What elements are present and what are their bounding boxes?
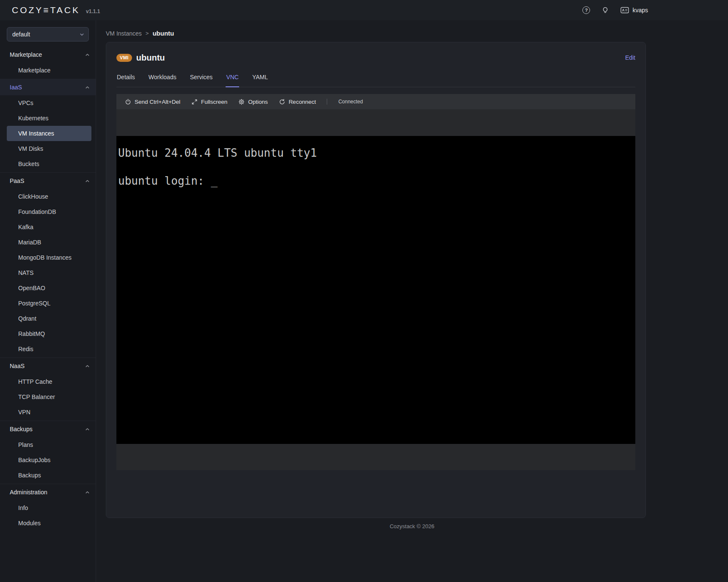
app-version: v1.1.1 <box>86 8 100 14</box>
breadcrumb-parent[interactable]: VM Instances <box>106 30 142 37</box>
fullscreen-label: Fullscreen <box>201 99 227 105</box>
section-label: PaaS <box>10 177 24 184</box>
chevron-up-icon <box>85 490 90 495</box>
copyright-text: Cozystack © 2026 <box>390 523 435 529</box>
tab-yaml[interactable]: YAML <box>252 74 268 87</box>
connection-status: Connected <box>338 99 363 105</box>
options-button[interactable]: Options <box>238 99 268 105</box>
tab-workloads[interactable]: Workloads <box>148 74 177 87</box>
body-row: default Marketplace Marketplace <box>0 20 728 582</box>
sidebar-item-backups[interactable]: Backups <box>7 468 91 483</box>
sidebar-item-foundationdb[interactable]: FoundationDB <box>7 204 91 219</box>
help-glyph: ? <box>585 8 588 13</box>
sidebar-item-mongodb-instances[interactable]: MongoDB Instances <box>7 250 91 265</box>
section-label: Backups <box>10 426 33 432</box>
sidebar-item-mariadb[interactable]: MariaDB <box>7 235 91 250</box>
tab-details[interactable]: Details <box>116 74 135 87</box>
sidebar-item-nats[interactable]: NATS <box>7 265 91 280</box>
sidebar-item-vpn[interactable]: VPN <box>7 405 91 420</box>
section-paas: PaaS ClickHouse FoundationDB Kafka Maria… <box>0 172 96 358</box>
terminal-cursor: _ <box>211 175 218 187</box>
sidebar-section-administration[interactable]: Administration <box>0 484 96 500</box>
section-items: Plans BackupJobs Backups <box>0 437 96 484</box>
sidebar: default Marketplace Marketplace <box>0 20 96 582</box>
section-marketplace: Marketplace Marketplace <box>0 47 96 79</box>
tab-vnc[interactable]: VNC <box>226 74 239 87</box>
fullscreen-button[interactable]: Fullscreen <box>191 99 227 105</box>
lightbulb-icon[interactable] <box>601 6 609 14</box>
sidebar-section-iaas[interactable]: IaaS <box>0 79 96 95</box>
card-header: VMI ubuntu Edit <box>116 51 635 64</box>
breadcrumb: VM Instances > ubuntu <box>96 20 728 37</box>
sidebar-section-paas[interactable]: PaaS <box>0 173 96 189</box>
section-backups: Backups Plans BackupJobs Backups <box>0 421 96 484</box>
chevron-up-icon <box>85 85 90 90</box>
section-administration: Administration Info Modules <box>0 484 96 532</box>
topbar-actions: ? kvaps <box>582 6 648 14</box>
title-wrap: VMI ubuntu <box>116 53 165 63</box>
main-content: VM Instances > ubuntu VMI ubuntu Edit De… <box>96 20 728 582</box>
sidebar-item-postgresql[interactable]: PostgreSQL <box>7 296 91 311</box>
sidebar-item-tcp-balancer[interactable]: TCP Balancer <box>7 389 91 405</box>
tab-bar: Details Workloads Services VNC YAML <box>116 74 635 87</box>
sidebar-item-kafka[interactable]: Kafka <box>7 219 91 235</box>
vnc-toolbar: Send Ctrl+Alt+Del Fullscreen <box>116 94 635 109</box>
sidebar-item-http-cache[interactable]: HTTP Cache <box>7 374 91 389</box>
chevron-down-icon <box>80 32 84 37</box>
vnc-viewport[interactable]: Ubuntu 24.04.4 LTS ubuntu tty1 ubuntu lo… <box>116 109 635 470</box>
vnc-screen[interactable]: Ubuntu 24.04.4 LTS ubuntu tty1 ubuntu lo… <box>116 136 635 444</box>
vmi-badge: VMI <box>116 54 132 62</box>
app-root: COZY≡TACK v1.1.1 ? <box>0 0 728 582</box>
sidebar-item-info[interactable]: Info <box>7 500 91 515</box>
namespace-select[interactable]: default <box>7 27 89 42</box>
section-items: HTTP Cache TCP Balancer VPN <box>0 374 96 421</box>
breadcrumb-current: ubuntu <box>152 30 174 37</box>
section-label: IaaS <box>10 84 22 91</box>
edit-button[interactable]: Edit <box>625 54 635 61</box>
breadcrumb-separator: > <box>146 30 149 36</box>
terminal-line1: Ubuntu 24.04.4 LTS ubuntu tty1 <box>118 147 317 159</box>
chevron-up-icon <box>85 53 90 57</box>
sidebar-item-redis[interactable]: Redis <box>7 341 91 357</box>
vnc-panel: Send Ctrl+Alt+Del Fullscreen <box>116 94 635 470</box>
section-label: NaaS <box>10 363 25 369</box>
sidebar-nav: Marketplace Marketplace IaaS VPCs Kubern… <box>0 47 96 532</box>
refresh-icon <box>279 99 285 105</box>
sidebar-item-buckets[interactable]: Buckets <box>7 156 91 172</box>
sidebar-section-naas[interactable]: NaaS <box>0 358 96 374</box>
tab-services[interactable]: Services <box>190 74 213 87</box>
sidebar-item-openbao[interactable]: OpenBAO <box>7 280 91 296</box>
terminal-login-line: ubuntu login: _ <box>118 175 218 187</box>
sidebar-section-backups[interactable]: Backups <box>0 421 96 437</box>
sidebar-item-plans[interactable]: Plans <box>7 437 91 452</box>
options-label: Options <box>248 99 268 105</box>
terminal-login-label: ubuntu login: <box>118 175 204 187</box>
section-items: VPCs Kubernetes VM Instances VM Disks Bu… <box>0 95 96 172</box>
vm-detail-card: VMI ubuntu Edit Details Workloads Servic… <box>106 42 646 518</box>
user-menu[interactable]: kvaps <box>620 6 648 14</box>
sidebar-item-vpcs[interactable]: VPCs <box>7 95 91 111</box>
user-card-icon <box>620 6 629 14</box>
fullscreen-icon <box>191 99 198 105</box>
sidebar-item-vm-disks[interactable]: VM Disks <box>7 141 91 156</box>
toolbar-divider <box>327 99 327 105</box>
reconnect-button[interactable]: Reconnect <box>279 99 316 105</box>
logo-wrap: COZY≡TACK v1.1.1 <box>12 5 100 15</box>
sidebar-item-vm-instances[interactable]: VM Instances <box>7 126 91 141</box>
sidebar-item-modules[interactable]: Modules <box>7 515 91 531</box>
sidebar-item-backupjobs[interactable]: BackupJobs <box>7 452 91 468</box>
gear-icon <box>238 99 245 105</box>
sidebar-item-kubernetes[interactable]: Kubernetes <box>7 111 91 126</box>
sidebar-item-rabbitmq[interactable]: RabbitMQ <box>7 326 91 341</box>
send-ctrl-alt-del-button[interactable]: Send Ctrl+Alt+Del <box>125 99 180 105</box>
sidebar-item-clickhouse[interactable]: ClickHouse <box>7 189 91 204</box>
sidebar-item-qdrant[interactable]: Qdrant <box>7 311 91 326</box>
chevron-up-icon <box>85 364 90 369</box>
help-icon[interactable]: ? <box>582 6 590 14</box>
terminal-text: Ubuntu 24.04.4 LTS ubuntu tty1 ubuntu lo… <box>116 136 635 198</box>
section-items: ClickHouse FoundationDB Kafka MariaDB Mo… <box>0 189 96 358</box>
sidebar-section-marketplace[interactable]: Marketplace <box>0 47 96 63</box>
power-icon <box>125 99 131 105</box>
user-name: kvaps <box>632 7 648 14</box>
sidebar-item-marketplace[interactable]: Marketplace <box>7 63 91 78</box>
